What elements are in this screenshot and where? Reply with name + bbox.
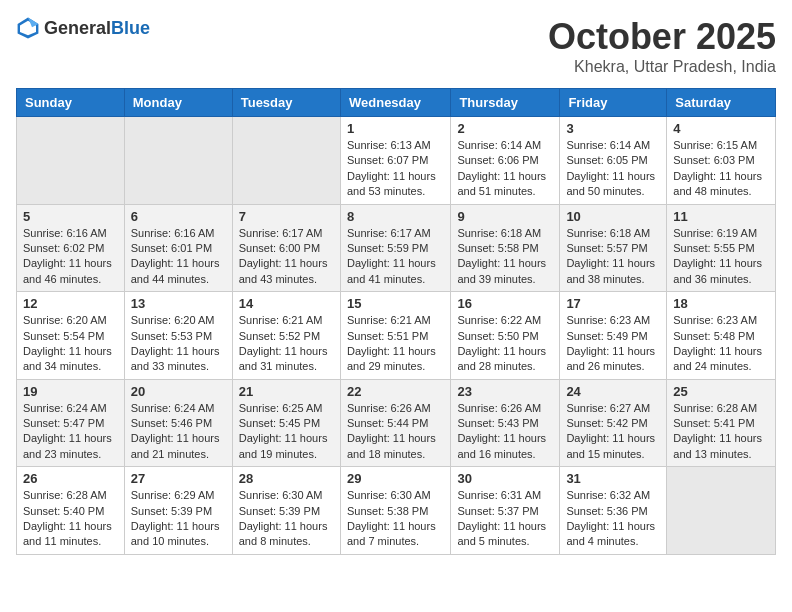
day-number: 2: [457, 121, 553, 136]
calendar-cell: 31Sunrise: 6:32 AM Sunset: 5:36 PM Dayli…: [560, 467, 667, 555]
day-number: 19: [23, 384, 118, 399]
calendar-cell: 3Sunrise: 6:14 AM Sunset: 6:05 PM Daylig…: [560, 117, 667, 205]
cell-content: Sunrise: 6:31 AM Sunset: 5:37 PM Dayligh…: [457, 488, 553, 550]
cell-content: Sunrise: 6:21 AM Sunset: 5:52 PM Dayligh…: [239, 313, 334, 375]
logo-text-blue: Blue: [111, 18, 150, 38]
day-number: 5: [23, 209, 118, 224]
calendar-cell: 13Sunrise: 6:20 AM Sunset: 5:53 PM Dayli…: [124, 292, 232, 380]
cell-content: Sunrise: 6:16 AM Sunset: 6:01 PM Dayligh…: [131, 226, 226, 288]
week-row-3: 19Sunrise: 6:24 AM Sunset: 5:47 PM Dayli…: [17, 379, 776, 467]
cell-content: Sunrise: 6:26 AM Sunset: 5:43 PM Dayligh…: [457, 401, 553, 463]
day-number: 6: [131, 209, 226, 224]
calendar-cell: 6Sunrise: 6:16 AM Sunset: 6:01 PM Daylig…: [124, 204, 232, 292]
cell-content: Sunrise: 6:28 AM Sunset: 5:40 PM Dayligh…: [23, 488, 118, 550]
weekday-header-wednesday: Wednesday: [340, 89, 450, 117]
week-row-1: 5Sunrise: 6:16 AM Sunset: 6:02 PM Daylig…: [17, 204, 776, 292]
calendar-cell: [667, 467, 776, 555]
day-number: 28: [239, 471, 334, 486]
cell-content: Sunrise: 6:20 AM Sunset: 5:54 PM Dayligh…: [23, 313, 118, 375]
cell-content: Sunrise: 6:18 AM Sunset: 5:58 PM Dayligh…: [457, 226, 553, 288]
cell-content: Sunrise: 6:24 AM Sunset: 5:46 PM Dayligh…: [131, 401, 226, 463]
cell-content: Sunrise: 6:29 AM Sunset: 5:39 PM Dayligh…: [131, 488, 226, 550]
cell-content: Sunrise: 6:18 AM Sunset: 5:57 PM Dayligh…: [566, 226, 660, 288]
cell-content: Sunrise: 6:28 AM Sunset: 5:41 PM Dayligh…: [673, 401, 769, 463]
week-row-0: 1Sunrise: 6:13 AM Sunset: 6:07 PM Daylig…: [17, 117, 776, 205]
day-number: 23: [457, 384, 553, 399]
cell-content: Sunrise: 6:26 AM Sunset: 5:44 PM Dayligh…: [347, 401, 444, 463]
cell-content: Sunrise: 6:17 AM Sunset: 6:00 PM Dayligh…: [239, 226, 334, 288]
location: Khekra, Uttar Pradesh, India: [548, 58, 776, 76]
calendar-cell: 2Sunrise: 6:14 AM Sunset: 6:06 PM Daylig…: [451, 117, 560, 205]
calendar-cell: 26Sunrise: 6:28 AM Sunset: 5:40 PM Dayli…: [17, 467, 125, 555]
day-number: 22: [347, 384, 444, 399]
calendar-cell: 9Sunrise: 6:18 AM Sunset: 5:58 PM Daylig…: [451, 204, 560, 292]
calendar-cell: 30Sunrise: 6:31 AM Sunset: 5:37 PM Dayli…: [451, 467, 560, 555]
month-title: October 2025: [548, 16, 776, 58]
weekday-header-monday: Monday: [124, 89, 232, 117]
calendar-cell: 23Sunrise: 6:26 AM Sunset: 5:43 PM Dayli…: [451, 379, 560, 467]
day-number: 21: [239, 384, 334, 399]
calendar-cell: 17Sunrise: 6:23 AM Sunset: 5:49 PM Dayli…: [560, 292, 667, 380]
day-number: 15: [347, 296, 444, 311]
cell-content: Sunrise: 6:22 AM Sunset: 5:50 PM Dayligh…: [457, 313, 553, 375]
calendar-table: SundayMondayTuesdayWednesdayThursdayFrid…: [16, 88, 776, 555]
page-header: GeneralBlue October 2025 Khekra, Uttar P…: [16, 16, 776, 76]
weekday-header-sunday: Sunday: [17, 89, 125, 117]
weekday-header-friday: Friday: [560, 89, 667, 117]
weekday-header-tuesday: Tuesday: [232, 89, 340, 117]
calendar-cell: 15Sunrise: 6:21 AM Sunset: 5:51 PM Dayli…: [340, 292, 450, 380]
day-number: 27: [131, 471, 226, 486]
cell-content: Sunrise: 6:32 AM Sunset: 5:36 PM Dayligh…: [566, 488, 660, 550]
day-number: 20: [131, 384, 226, 399]
calendar-cell: 20Sunrise: 6:24 AM Sunset: 5:46 PM Dayli…: [124, 379, 232, 467]
day-number: 17: [566, 296, 660, 311]
calendar-cell: 21Sunrise: 6:25 AM Sunset: 5:45 PM Dayli…: [232, 379, 340, 467]
cell-content: Sunrise: 6:14 AM Sunset: 6:06 PM Dayligh…: [457, 138, 553, 200]
week-row-2: 12Sunrise: 6:20 AM Sunset: 5:54 PM Dayli…: [17, 292, 776, 380]
calendar-cell: 8Sunrise: 6:17 AM Sunset: 5:59 PM Daylig…: [340, 204, 450, 292]
calendar-cell: 5Sunrise: 6:16 AM Sunset: 6:02 PM Daylig…: [17, 204, 125, 292]
day-number: 16: [457, 296, 553, 311]
cell-content: Sunrise: 6:27 AM Sunset: 5:42 PM Dayligh…: [566, 401, 660, 463]
logo-icon: [16, 16, 40, 40]
calendar-cell: 25Sunrise: 6:28 AM Sunset: 5:41 PM Dayli…: [667, 379, 776, 467]
day-number: 30: [457, 471, 553, 486]
calendar-cell: 18Sunrise: 6:23 AM Sunset: 5:48 PM Dayli…: [667, 292, 776, 380]
cell-content: Sunrise: 6:24 AM Sunset: 5:47 PM Dayligh…: [23, 401, 118, 463]
calendar-cell: 27Sunrise: 6:29 AM Sunset: 5:39 PM Dayli…: [124, 467, 232, 555]
calendar-cell: [124, 117, 232, 205]
day-number: 29: [347, 471, 444, 486]
day-number: 7: [239, 209, 334, 224]
cell-content: Sunrise: 6:25 AM Sunset: 5:45 PM Dayligh…: [239, 401, 334, 463]
cell-content: Sunrise: 6:30 AM Sunset: 5:39 PM Dayligh…: [239, 488, 334, 550]
week-row-4: 26Sunrise: 6:28 AM Sunset: 5:40 PM Dayli…: [17, 467, 776, 555]
day-number: 11: [673, 209, 769, 224]
weekday-header-row: SundayMondayTuesdayWednesdayThursdayFrid…: [17, 89, 776, 117]
calendar-cell: 14Sunrise: 6:21 AM Sunset: 5:52 PM Dayli…: [232, 292, 340, 380]
cell-content: Sunrise: 6:16 AM Sunset: 6:02 PM Dayligh…: [23, 226, 118, 288]
cell-content: Sunrise: 6:14 AM Sunset: 6:05 PM Dayligh…: [566, 138, 660, 200]
calendar-cell: 16Sunrise: 6:22 AM Sunset: 5:50 PM Dayli…: [451, 292, 560, 380]
weekday-header-thursday: Thursday: [451, 89, 560, 117]
day-number: 8: [347, 209, 444, 224]
logo-text-general: General: [44, 18, 111, 38]
day-number: 14: [239, 296, 334, 311]
calendar-cell: 1Sunrise: 6:13 AM Sunset: 6:07 PM Daylig…: [340, 117, 450, 205]
cell-content: Sunrise: 6:30 AM Sunset: 5:38 PM Dayligh…: [347, 488, 444, 550]
day-number: 10: [566, 209, 660, 224]
day-number: 24: [566, 384, 660, 399]
day-number: 31: [566, 471, 660, 486]
day-number: 13: [131, 296, 226, 311]
day-number: 3: [566, 121, 660, 136]
cell-content: Sunrise: 6:13 AM Sunset: 6:07 PM Dayligh…: [347, 138, 444, 200]
calendar-cell: 24Sunrise: 6:27 AM Sunset: 5:42 PM Dayli…: [560, 379, 667, 467]
calendar-cell: [17, 117, 125, 205]
day-number: 18: [673, 296, 769, 311]
cell-content: Sunrise: 6:21 AM Sunset: 5:51 PM Dayligh…: [347, 313, 444, 375]
cell-content: Sunrise: 6:17 AM Sunset: 5:59 PM Dayligh…: [347, 226, 444, 288]
cell-content: Sunrise: 6:20 AM Sunset: 5:53 PM Dayligh…: [131, 313, 226, 375]
calendar-cell: 28Sunrise: 6:30 AM Sunset: 5:39 PM Dayli…: [232, 467, 340, 555]
day-number: 26: [23, 471, 118, 486]
calendar-cell: 29Sunrise: 6:30 AM Sunset: 5:38 PM Dayli…: [340, 467, 450, 555]
calendar-cell: 10Sunrise: 6:18 AM Sunset: 5:57 PM Dayli…: [560, 204, 667, 292]
